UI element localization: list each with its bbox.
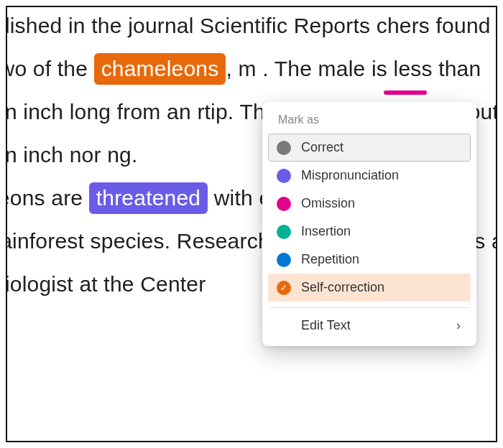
highlight-chameleons[interactable]: chameleons [94, 53, 226, 85]
mark-as-popup: Mark as Correct Mispronunciation Omissio… [262, 102, 476, 346]
mark-self-correction[interactable]: ✓ Self-correction [268, 274, 471, 302]
dot-purple-icon [277, 169, 291, 183]
mark-omission[interactable]: Omission [268, 190, 471, 218]
dot-blue-icon [277, 253, 291, 267]
highlight-threatened[interactable]: threatened [89, 182, 208, 214]
mark-mispronunciation[interactable]: Mispronunciation [268, 162, 471, 190]
omission-underline-fragment [384, 90, 427, 95]
mark-correct[interactable]: Correct [268, 134, 471, 162]
dot-teal-icon [277, 225, 291, 239]
edit-text-label: Edit Text [301, 318, 351, 333]
menu-label: Correct [301, 140, 343, 155]
mark-repetition[interactable]: Repetition [268, 246, 471, 274]
menu-label: Mispronunciation [301, 168, 399, 183]
text-line: ng. [107, 143, 137, 167]
dot-grey-icon [277, 141, 291, 155]
reading-coach-frame: blished in the journal Scientific Report… [6, 6, 497, 442]
mark-insertion[interactable]: Insertion [268, 218, 471, 246]
menu-label: Omission [301, 196, 355, 211]
menu-label: Self-correction [301, 280, 384, 295]
dot-pink-icon [277, 197, 291, 211]
check-orange-icon: ✓ [277, 281, 291, 295]
popup-divider [269, 307, 469, 308]
menu-label: Repetition [301, 252, 359, 267]
chevron-right-icon: › [456, 318, 461, 333]
text-line: leons are [6, 186, 89, 210]
edit-text-button[interactable]: Edit Text › [268, 311, 471, 339]
check-icon: ✓ [280, 284, 287, 292]
popup-title: Mark as [268, 112, 471, 134]
text-line: , m [226, 57, 256, 80]
menu-label: Insertion [301, 224, 351, 239]
